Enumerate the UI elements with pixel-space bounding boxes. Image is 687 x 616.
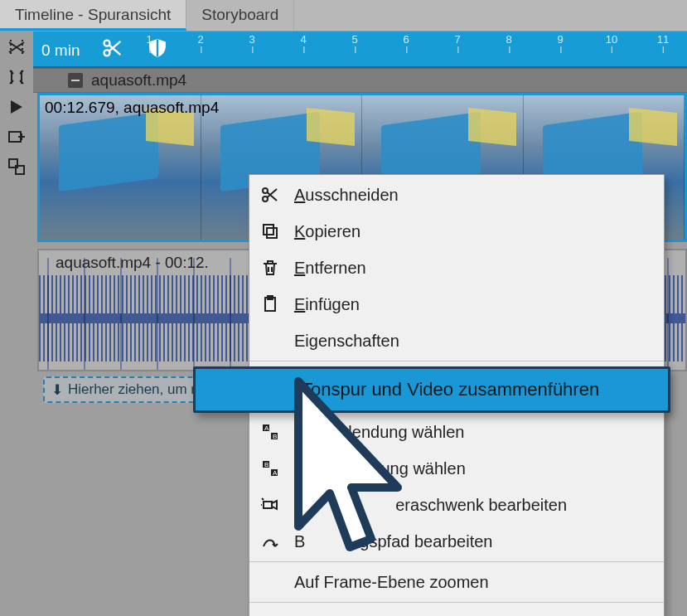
ruler-tick: 5 (351, 33, 357, 46)
menu-item-paste[interactable]: Einfügen (249, 286, 664, 323)
tab-bar: Timeline - Spuransicht Storyboard (0, 0, 687, 32)
ruler-tick: 10 (606, 33, 617, 46)
menu-item-merge-highlight[interactable]: Tonspur und Video zusammenführen (193, 366, 670, 413)
menu-item-cut[interactable]: Ausschneiden (249, 177, 664, 213)
blank-icon (258, 610, 283, 616)
menu-item-motionpath[interactable]: Bgspfad bearbeiten (249, 523, 664, 560)
ruler-bar[interactable]: 0 min 123456789101112 (33, 32, 687, 68)
tool-tracks-icon[interactable] (4, 35, 29, 60)
menu-item-copy[interactable]: Kopieren (249, 213, 664, 250)
menu-item-camerapan[interactable]: Zeraschwenk bearbeiten (249, 487, 664, 523)
menu-remove-label: Entfernen (294, 259, 366, 278)
drop-hint-text: Hierher ziehen, um n (68, 381, 199, 398)
svg-text:A: A (264, 424, 269, 432)
svg-point-6 (263, 196, 268, 201)
track-header[interactable]: aquasoft.mp4 (33, 68, 687, 93)
track-clip-name: aquasoft.mp4 (91, 71, 186, 90)
tool-play-icon[interactable] (4, 95, 29, 119)
fadein-icon: AB (258, 420, 283, 444)
cut-icon (258, 182, 283, 207)
menu-copy-label: Kopieren (294, 222, 360, 241)
ruler-tick: 1 (146, 33, 152, 46)
menu-fadein-label: Blendung wählen (294, 423, 464, 442)
tool-group-icon[interactable] (4, 154, 29, 179)
left-tool-strip (0, 32, 33, 616)
menu-item-properties[interactable]: Eigenschaften (249, 323, 664, 359)
menu-fadeout-label: Adung wählen (294, 459, 466, 478)
ruler-tick: 7 (454, 33, 460, 46)
menu-props-label: Eigenschaften (294, 332, 399, 351)
menu-cut-label: Ausschneiden (294, 186, 399, 205)
svg-text:B: B (273, 433, 277, 440)
collapse-icon[interactable] (68, 73, 83, 88)
ruler-tick: 2 (197, 33, 203, 46)
menu-item-remove[interactable]: Entfernen (249, 250, 664, 286)
menu-merge-rest: onspur und Video zusammenführen (311, 379, 599, 400)
ruler-tick: 8 (506, 33, 511, 46)
svg-rect-7 (267, 228, 277, 238)
menu-item-zoom[interactable]: Auf Frame-Ebene zoomen (249, 564, 664, 600)
paste-icon (258, 292, 283, 317)
trash-icon (258, 255, 283, 280)
svg-text:B: B (264, 461, 269, 468)
ruler-tick: 6 (403, 33, 409, 46)
fadeout-icon: BA (258, 456, 283, 481)
menu-item-fadein[interactable]: AB Blendung wählen (249, 414, 664, 450)
audio-clip-caption: aquasoft.mp4 - 00:12. (56, 254, 209, 272)
camera-pan-icon (258, 492, 283, 517)
menu-paste-label: Einfügen (294, 295, 360, 314)
ruler-ticks: 123456789101112 (33, 32, 687, 66)
svg-text:A: A (273, 469, 278, 477)
menu-zoom-label: Auf Frame-Ebene zoomen (294, 573, 489, 592)
svg-rect-8 (264, 225, 273, 235)
menu-item-system[interactable]: System ▶ (249, 604, 664, 616)
down-arrow-icon: ⬇ (51, 381, 63, 399)
tool-vertical-icon[interactable] (4, 65, 29, 90)
menu-path-label: Bgspfad bearbeiten (294, 532, 492, 551)
blank-icon (258, 328, 283, 353)
svg-rect-15 (264, 502, 272, 508)
ruler-tick: 9 (557, 33, 563, 46)
menu-pan-label: Zeraschwenk bearbeiten (294, 496, 567, 515)
video-clip-caption: 00:12.679, aquasoft.mp4 (45, 99, 219, 117)
menu-system-label: System (294, 614, 350, 617)
motion-path-icon (258, 529, 283, 554)
ruler-tick: 4 (300, 33, 306, 46)
ruler-tick: 11 (657, 33, 669, 46)
tab-timeline[interactable]: Timeline - Spuransicht (0, 0, 186, 31)
copy-icon (258, 219, 283, 244)
tool-add-track-icon[interactable] (4, 124, 29, 149)
ruler-tick: 3 (249, 33, 254, 46)
tab-storyboard[interactable]: Storyboard (186, 0, 294, 31)
svg-point-5 (263, 188, 268, 193)
blank-icon (258, 570, 283, 594)
menu-item-fadeout[interactable]: BA Adung wählen (249, 450, 664, 487)
